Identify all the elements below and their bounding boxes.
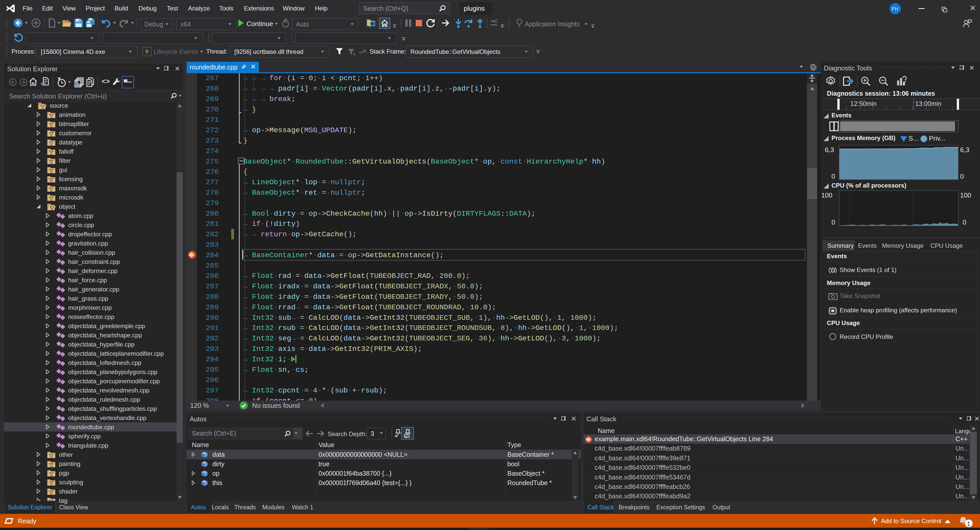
svg-text:ab: ab <box>405 435 407 438</box>
